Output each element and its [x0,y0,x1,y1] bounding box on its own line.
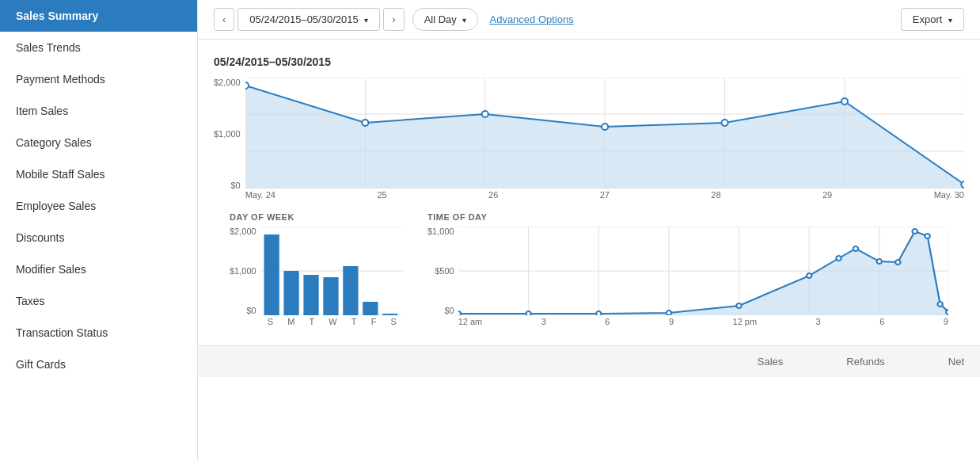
sidebar-item-item-sales[interactable]: Item Sales [0,95,197,127]
y-label-1000: $1,000 [214,129,241,139]
main-chart-container: $2,000 $1,000 $0 [214,78,964,204]
tod-svg-wrapper: 12 am 3 6 9 12 pm 3 6 9 [458,227,948,330]
tod-x-9pm: 9 [944,317,948,326]
dow-x-s1: S [268,317,273,326]
y-label-0: $0 [230,181,240,190]
svg-point-43 [736,303,741,308]
sidebar-item-label: Sales Trends [16,41,81,54]
svg-point-42 [666,311,670,315]
svg-point-14 [602,124,608,130]
tod-x-9: 9 [669,317,674,326]
dow-x-t1: T [309,317,314,326]
main-content: ‹ 05/24/2015–05/30/2015 ▾ › All Day ▾ Ad… [198,0,980,461]
sidebar-item-mobile-staff-sales[interactable]: Mobile Staff Sales [0,158,197,190]
sidebar-item-discounts[interactable]: Discounts [0,222,197,253]
svg-point-50 [925,234,929,238]
prev-date-button[interactable]: ‹ [214,8,234,31]
sidebar-item-label: Category Sales [16,136,92,149]
svg-point-11 [245,82,249,89]
tod-chart: TIME OF DAY $1,000 $500 $0 [427,212,948,330]
x-label-26: 26 [488,190,498,200]
tod-x-labels: 12 am 3 6 9 12 pm 3 6 9 [458,317,948,326]
svg-rect-21 [264,234,279,315]
x-label-29: 29 [822,190,832,200]
svg-point-52 [946,310,948,314]
svg-point-17 [961,181,964,188]
tod-y-labels: $1,000 $500 $0 [427,227,458,330]
tod-svg [458,227,948,315]
svg-rect-25 [343,266,358,315]
svg-point-16 [841,98,848,105]
date-range-label: 05/24/2015–05/30/2015 [249,13,358,25]
x-axis-labels: May. 24 25 26 27 28 29 May. 30 [245,190,964,200]
sidebar-item-gift-cards[interactable]: Gift Cards [0,349,197,380]
svg-point-44 [807,273,811,278]
sidebar-item-label: Employee Sales [16,200,96,212]
summary-refunds: Refunds [846,356,884,368]
dow-bars-wrapper: S M T W T F S [260,227,404,330]
chart-date-label: 05/24/2015–05/30/2015 [214,55,964,68]
dow-bars-svg [260,227,404,315]
svg-point-51 [937,302,942,307]
summary-sales: Sales [758,356,784,368]
sidebar-item-label: Mobile Staff Sales [16,168,105,181]
svg-rect-23 [303,275,318,315]
dow-x-labels: S M T W T F S [260,317,404,326]
sidebar-item-payment-methods[interactable]: Payment Methods [0,63,197,95]
svg-point-47 [876,259,881,264]
tod-y-0: $0 [444,306,454,315]
dow-chart-inner: $2,000 $1,000 $0 [230,227,404,330]
tod-x-6pm: 6 [879,317,884,326]
svg-rect-22 [283,271,298,315]
svg-marker-38 [458,231,948,315]
sidebar-item-sales-summary[interactable]: Sales Summary [0,0,197,32]
sidebar-item-label: Sales Summary [16,10,98,22]
topbar: ‹ 05/24/2015–05/30/2015 ▾ › All Day ▾ Ad… [198,0,980,40]
tod-x-3pm: 3 [816,317,821,326]
advanced-options-link[interactable]: Advanced Options [489,13,573,25]
sidebar-item-category-sales[interactable]: Category Sales [0,127,197,158]
x-label-may24: May. 24 [245,190,275,200]
dow-y-1000: $1,000 [230,266,256,276]
summary-net: Net [948,356,964,368]
main-chart-svg [245,78,964,189]
svg-point-46 [853,246,857,251]
x-label-28: 28 [711,190,720,200]
sidebar-item-label: Payment Methods [16,73,105,86]
dow-title: DAY OF WEEK [230,212,404,222]
tod-y-500: $500 [435,266,454,276]
sidebar-item-label: Item Sales [16,105,68,117]
sidebar-item-modifier-sales[interactable]: Modifier Sales [0,253,197,285]
svg-point-40 [526,311,530,315]
export-button[interactable]: Export ▾ [901,8,964,31]
dow-chart: DAY OF WEEK $2,000 $1,000 $0 [230,212,404,330]
tod-x-12pm: 12 pm [733,317,758,326]
sidebar-item-label: Gift Cards [16,358,66,371]
allday-label: All Day [424,13,457,25]
svg-rect-26 [363,302,378,315]
chart-area: 05/24/2015–05/30/2015 $2,000 $1,000 $0 [198,40,980,337]
sidebar-item-employee-sales[interactable]: Employee Sales [0,190,197,222]
svg-point-15 [721,120,727,126]
main-chart-svg-wrapper: May. 24 25 26 27 28 29 May. 30 [245,78,964,204]
x-label-27: 27 [600,190,610,200]
svg-point-41 [596,311,601,315]
svg-point-48 [895,260,900,265]
allday-button[interactable]: All Day ▾ [412,8,479,31]
sidebar-item-transaction-status[interactable]: Transaction Status [0,317,197,349]
dow-x-m: M [287,317,294,326]
next-date-button[interactable]: › [383,8,404,31]
date-navigation: ‹ 05/24/2015–05/30/2015 ▾ › [214,8,405,31]
sidebar-item-label: Transaction Status [16,326,108,339]
date-range-button[interactable]: 05/24/2015–05/30/2015 ▾ [237,8,380,31]
bottom-charts: DAY OF WEEK $2,000 $1,000 $0 [214,204,964,330]
svg-point-49 [912,229,917,234]
sidebar-item-taxes[interactable]: Taxes [0,285,197,317]
tod-y-1000: $1,000 [427,227,454,236]
sidebar-item-sales-trends[interactable]: Sales Trends [0,32,197,63]
y-label-2000: $2,000 [214,78,241,87]
tod-chart-inner: $1,000 $500 $0 [427,227,948,330]
x-label-25: 25 [377,190,386,200]
dow-x-t2: T [351,317,357,326]
x-label-may30: May. 30 [934,190,964,200]
